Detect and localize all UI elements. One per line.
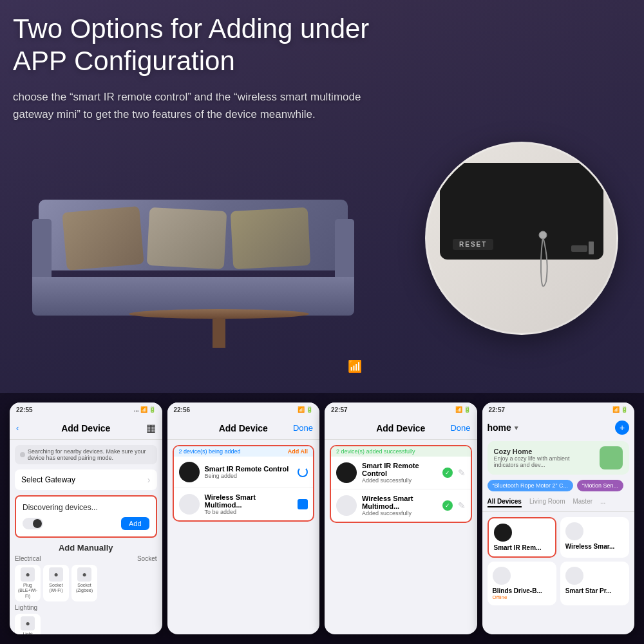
phone-3-time: 22:57 — [331, 406, 348, 413]
phone-4: 22:57 📶 🔋 home ▼ + Cozy Home Enjoy a coz… — [482, 402, 635, 634]
phone-4-device-card-4[interactable]: Smart Star Pr... — [560, 562, 629, 605]
phone-4-scene-1-btn[interactable]: “Bluetooth Rope Motor 2” C... — [488, 480, 574, 491]
phone-4-device-1-name: Smart IR Rem... — [494, 544, 550, 551]
phone-4-cozy-title: Cozy Home — [494, 448, 595, 455]
phone-4-device-card-2[interactable]: Wireless Smar... — [560, 517, 629, 558]
phone-4-tab-living[interactable]: Living Room — [529, 498, 565, 507]
phone-1-light-icon[interactable]: ● Light — [15, 614, 41, 634]
phone-2-device-2: Wireless Smart Multimod... To be added — [174, 488, 314, 520]
phone-4-scene-buttons: “Bluetooth Rope Motor 2” C... “Motion Se… — [482, 477, 635, 494]
phone-4-devices-grid: Smart IR Rem... Wireless Smar... Blinds … — [482, 512, 635, 611]
phone-2-content: 2 device(s) being added Add All Smart IR… — [167, 440, 320, 634]
phone-3-device-1-check: ✓ — [442, 468, 453, 478]
phone-3-content: 2 device(s) added successfully Smart IR … — [325, 440, 477, 634]
phone-4-cozy-icon — [600, 446, 623, 469]
phone-3-banner-text: 2 device(s) added successfully — [336, 448, 415, 455]
phone-2-nav-title: Add Device — [219, 423, 268, 433]
couch — [32, 200, 354, 316]
text-area: Two Options for Adding under APP Configu… — [13, 13, 386, 123]
phone-4-device-card-1[interactable]: Smart IR Rem... — [488, 517, 556, 558]
cushion-3 — [231, 207, 311, 269]
phone-4-device-3-name: Blinds Drive-B... — [493, 587, 551, 594]
main-title: Two Options for Adding under APP Configu… — [13, 13, 386, 78]
phone-2-done-btn[interactable]: Done — [293, 423, 313, 433]
phone-3-device-list: 2 device(s) added successfully Smart IR … — [330, 445, 472, 523]
phone-2-status-icons: 📶 🔋 — [298, 406, 313, 413]
phone-3-nav: Add Device Done — [325, 417, 477, 440]
phone-2-device-1-progress — [298, 467, 308, 477]
phone-1-gateway-label: Select Gateway — [21, 475, 75, 484]
phone-4-status-icons: 📶 🔋 — [612, 406, 628, 413]
phone-1-add-button[interactable]: Add — [121, 517, 149, 530]
zoom-circle: RESET — [425, 142, 618, 335]
phone-4-tab-master[interactable]: Master — [573, 498, 592, 507]
phone-1-socket2-icon[interactable]: ● Socket(Zigbee) — [71, 565, 97, 601]
phone-2-banner-text: 2 device(s) being added — [179, 448, 241, 455]
cushion-1 — [62, 206, 144, 270]
phone-3-device-2-edit-icon[interactable]: ✎ — [458, 500, 466, 511]
phone-2-time: 22:56 — [174, 406, 191, 413]
phone-1-nav: ‹ Add Device ▦ — [10, 417, 162, 440]
phone-2-device-1-name: Smart IR Remote Control — [205, 465, 293, 473]
phone-3-device-2: Wireless Smart Multimod... Added success… — [331, 489, 471, 522]
phone-4-device-3-status: Offline — [493, 594, 551, 600]
phone-4-add-btn[interactable]: + — [615, 421, 629, 435]
phone-1-toggle-knob — [33, 519, 42, 528]
phone-2-device-1-info: Smart IR Remote Control Being added — [205, 465, 293, 479]
phone-1-back-btn[interactable]: ‹ — [16, 423, 19, 433]
phone-1-status-icons: ... 📶 🔋 — [134, 406, 156, 413]
phone-1-toggle[interactable] — [23, 518, 43, 529]
phone-3-status-icons: 📶 🔋 — [455, 406, 471, 413]
phone-3-done-btn[interactable]: Done — [450, 423, 470, 433]
phone-2-device-2-status: To be added — [205, 509, 293, 515]
phone-4-device-card-3[interactable]: Blinds Drive-B... Offline — [488, 562, 556, 605]
subtitle-text: choose the “smart IR remote control” and… — [13, 88, 386, 123]
phone-3-device-1-edit-icon[interactable]: ✎ — [458, 468, 466, 478]
phone-1-status-bar: 22:55 ... 📶 🔋 — [10, 402, 162, 417]
phone-4-tab-more[interactable]: ... — [600, 498, 605, 507]
phone-3-device-1-info: Smart IR Remote Control Added successful… — [362, 462, 437, 484]
phone-1-chevron-icon: › — [147, 475, 151, 485]
phone-1-discover-row: Add — [23, 517, 149, 530]
phone-1-socket1-icon[interactable]: ● Socket(Wi-Fi) — [43, 565, 69, 601]
phone-2-status-bar: 22:56 📶 🔋 — [167, 402, 320, 417]
phone-4-device-2-icon — [565, 522, 583, 540]
reset-label: RESET — [453, 239, 493, 250]
phone-3-device-2-status: Added successfully — [362, 510, 437, 516]
phone-1-category-electrical: Electrical Socket — [15, 555, 157, 562]
phone-2-device-list: 2 device(s) being added Add All Smart IR… — [173, 445, 315, 522]
phone-2-add-all-btn[interactable]: Add All — [288, 448, 308, 455]
pin-needle — [517, 230, 569, 294]
phone-3: 22:57 📶 🔋 Add Device Done 2 device(s) ad… — [325, 402, 477, 634]
phone-1-discover-box: Discovering devices... Add — [15, 495, 157, 538]
phone-3-device-1-status: Added successfully — [362, 477, 437, 484]
phone-4-home-label: home — [488, 422, 511, 433]
phone-1-scan-icon[interactable]: ▦ — [146, 422, 156, 434]
phone-4-home-title-row: home ▼ — [488, 422, 520, 433]
phone-3-banner: 2 device(s) added successfully — [331, 446, 471, 457]
cushion-2 — [147, 207, 227, 269]
phone-1-time: 22:55 — [16, 406, 33, 413]
phone-4-scene-2-btn[interactable]: “Motion Sen... — [577, 480, 623, 491]
phone-4-device-4-icon — [565, 567, 583, 585]
table-leg — [213, 319, 225, 348]
phone-1-icons-row: ● Plug(BLE+Wi-Fi) ● Socket(Wi-Fi) ● Sock… — [15, 565, 157, 601]
svg-point-0 — [539, 231, 547, 239]
phone-1-search-row: Searching for nearby devices. Make sure … — [15, 445, 157, 464]
phone-1-search-text: Searching for nearby devices. Make sure … — [28, 448, 152, 461]
phone-2-device-1-status: Being added — [205, 473, 293, 479]
phone-4-tab-all[interactable]: All Devices — [488, 498, 522, 507]
phone-2-device-1: Smart IR Remote Control Being added — [174, 457, 314, 488]
phone-2-device-2-info: Wireless Smart Multimod... To be added — [205, 493, 293, 515]
phone-2-device-2-avatar — [179, 494, 200, 515]
phone-1-plug-icon[interactable]: ● Plug(BLE+Wi-Fi) — [15, 565, 41, 601]
phone-2-nav: Add Device Done — [167, 417, 320, 440]
phone-4-chevron-down-icon[interactable]: ▼ — [513, 424, 520, 431]
phone-1-gateway-row[interactable]: Select Gateway › — [15, 469, 157, 490]
search-dot — [20, 452, 25, 457]
phone-4-device-tabs: All Devices Living Room Master ... — [482, 494, 635, 512]
phone-4-cozy-desc: Enjoy a cozy life with ambient indicator… — [494, 455, 595, 468]
socket1-shape: ● — [49, 567, 63, 582]
phone-4-device-1-icon — [494, 524, 512, 542]
phone-1-nav-title: Add Device — [61, 423, 110, 433]
